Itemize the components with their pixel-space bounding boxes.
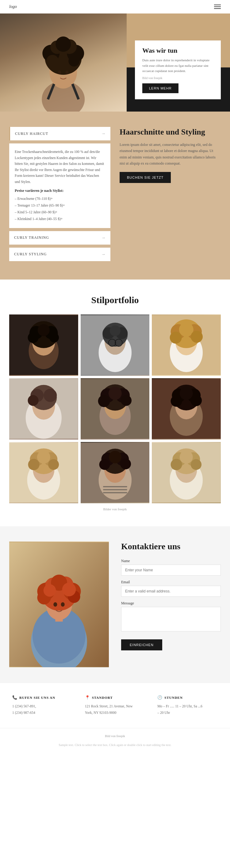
svg-point-64 <box>191 395 202 406</box>
service-arrow-curly-styling: → <box>101 252 106 257</box>
portfolio-item-8 <box>81 442 150 503</box>
svg-point-8 <box>46 55 59 67</box>
logo: logo <box>9 4 17 9</box>
portfolio-section: Stilportfolio <box>0 280 230 526</box>
svg-point-7 <box>56 36 71 52</box>
footer-info: 📞 RUFEN SIE UNS AN 1 (234) 567-891, 1 (2… <box>0 683 230 728</box>
svg-point-81 <box>99 459 110 470</box>
clock-icon: 🕐 <box>157 695 163 700</box>
footer-location-line2: York, NY 92103-9000 <box>85 710 145 716</box>
footer-hours-line2: – 20 Uhr <box>157 710 218 716</box>
svg-point-63 <box>171 395 182 407</box>
page-bottom: Bild von freepik Sample text. Click to s… <box>0 728 230 755</box>
svg-point-9 <box>68 56 80 66</box>
portfolio-photo-2 <box>81 314 150 376</box>
service-detail-text: Eine Trockenhaarschneideometrik, die zu … <box>15 149 105 185</box>
price-item-2: – Kind 5–12 Jahre (60–90 $)+ <box>15 209 105 216</box>
svg-rect-85 <box>103 492 127 493</box>
svg-point-111 <box>53 602 57 607</box>
hero-image-credit: Bild von freepik <box>142 76 213 80</box>
svg-point-94 <box>191 459 201 470</box>
svg-point-39 <box>191 331 203 343</box>
service-item-curly-styling[interactable]: CURLY STYLING → <box>9 248 110 261</box>
hero-person-photo <box>0 13 127 112</box>
phone-icon: 📞 <box>12 695 18 700</box>
portfolio-photo-9 <box>152 442 221 503</box>
portfolio-item-3 <box>152 314 221 376</box>
footer-col-location: 📍 STANDORT 121 Rock Street, 21 Avenue, N… <box>82 692 148 719</box>
svg-point-110 <box>62 583 76 596</box>
svg-point-93 <box>171 459 182 470</box>
sample-text[interactable]: Sample text. Click to select the text bo… <box>9 741 221 749</box>
learn-more-button[interactable]: LERN MEHR <box>142 83 178 93</box>
svg-point-18 <box>38 324 50 336</box>
hero-content-box: Was wir tun Duis aute irure dolor in rep… <box>135 40 221 99</box>
service-label-curly-training: CURLY TRAINING <box>14 236 49 240</box>
svg-point-53 <box>109 386 122 400</box>
portfolio-item-9 <box>152 442 221 503</box>
email-form-group: Email <box>121 580 221 597</box>
message-input[interactable] <box>121 607 221 631</box>
svg-point-54 <box>98 395 110 407</box>
service-prices-list: – Erwachsene (70–110 $)+ – Teenager 13–1… <box>15 195 105 222</box>
name-input[interactable] <box>121 564 221 576</box>
hero-section: Was wir tun Duis aute irure dolor in rep… <box>0 13 230 112</box>
services-right: Haarschnitte und Styling Lorem ipsum dol… <box>120 127 221 264</box>
price-item-3: – Kleinkind 1–4 Jahre (40–55 $)+ <box>15 216 105 222</box>
hero-description: Duis aute irure dolor in reprehenderit i… <box>142 58 213 74</box>
service-item-curly-haircut[interactable]: CURLY HAIRCUT → <box>9 127 110 141</box>
footer-location-title: 📍 STANDORT <box>85 695 145 700</box>
services-description: Lorem ipsum dolor sit amet, consectetur … <box>120 142 221 167</box>
footer-hours-line1: Mo – Fr ..... 11 – 20 Uhr, Sa ...6 <box>157 703 218 710</box>
price-item-0: – Erwachsene (70–110 $)+ <box>15 195 105 202</box>
email-label: Email <box>121 580 221 585</box>
services-left: CURLY HAIRCUT → Eine Trockenhaarschneide… <box>9 127 110 264</box>
footer-phone-line1: 1 (234) 567-891, <box>12 703 73 710</box>
menu-icon[interactable] <box>214 5 221 9</box>
portfolio-photo-5 <box>81 378 150 439</box>
contact-title: Kontaktiere uns <box>121 541 221 551</box>
contact-image <box>9 541 109 667</box>
portfolio-photo-3 <box>152 314 221 376</box>
svg-point-71 <box>37 450 50 463</box>
portfolio-item-4 <box>9 378 78 439</box>
contact-form-area: Kontaktiere uns Name Email Message EINRE… <box>121 541 221 667</box>
portfolio-image-credit: Bilder von freepik <box>9 507 221 511</box>
price-item-1: – Teenager 13–17 Jahre (65–90 $)+ <box>15 202 105 209</box>
svg-point-62 <box>180 386 193 400</box>
svg-point-10 <box>58 70 61 74</box>
svg-point-27 <box>110 325 120 336</box>
book-now-button[interactable]: BUCHEN SIE JETZT <box>120 172 171 183</box>
service-label-curly-haircut: CURLY HAIRCUT <box>15 131 48 136</box>
message-form-group: Message <box>121 601 221 632</box>
svg-point-55 <box>121 395 132 406</box>
submit-button[interactable]: EINREICHEN <box>121 639 162 650</box>
service-detail-curly-haircut: Eine Trockenhaarschneideometrik, die zu … <box>9 144 110 228</box>
contact-section: Kontaktiere uns Name Email Message EINRE… <box>0 526 230 683</box>
service-prices-title: Preise variieren je nach Stylist: <box>15 188 105 193</box>
svg-point-72 <box>28 459 39 470</box>
navigation: logo <box>0 0 230 13</box>
footer-phone-line2: 1 (234) 987-654 <box>12 710 73 716</box>
portfolio-title: Stilportfolio <box>9 295 221 305</box>
name-form-group: Name <box>121 559 221 576</box>
email-input[interactable] <box>121 586 221 597</box>
hero-image <box>0 13 127 112</box>
services-section: CURLY HAIRCUT → Eine Trockenhaarschneide… <box>0 112 230 280</box>
svg-point-11 <box>65 70 68 74</box>
svg-rect-84 <box>103 489 127 490</box>
message-label: Message <box>121 601 221 606</box>
svg-point-38 <box>170 332 182 344</box>
portfolio-photo-8 <box>81 442 150 503</box>
svg-point-109 <box>44 584 56 597</box>
svg-point-92 <box>180 450 193 463</box>
service-item-curly-training[interactable]: CURLY TRAINING → <box>9 231 110 245</box>
svg-point-73 <box>48 459 59 470</box>
portfolio-photo-4 <box>9 378 78 439</box>
services-title: Haarschnitte und Styling <box>120 127 221 137</box>
svg-rect-83 <box>103 486 127 487</box>
portfolio-item-6 <box>152 378 221 439</box>
portfolio-photo-1 <box>9 314 78 376</box>
portfolio-grid <box>9 314 221 503</box>
location-icon: 📍 <box>85 695 90 700</box>
